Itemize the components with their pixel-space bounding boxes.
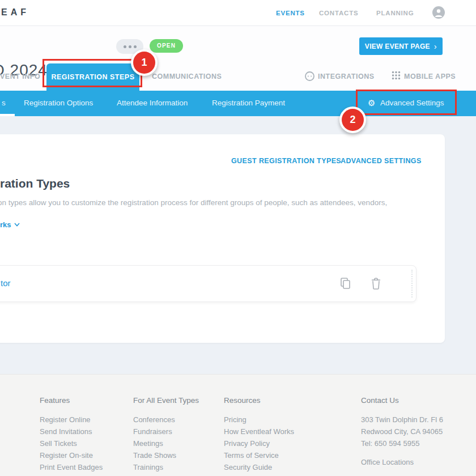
chevron-down-icon: [14, 223, 20, 227]
footer-link[interactable]: How Eventleaf Works: [224, 426, 294, 437]
footer-column-event-types: For All Event Types Conferences Fundrais…: [133, 396, 199, 476]
tab-communications[interactable]: COMMUNICATIONS: [152, 73, 222, 80]
how-it-works-link[interactable]: rks: [0, 220, 20, 229]
guest-registration-types-link[interactable]: GUEST REGISTRATION TYPES: [231, 157, 341, 165]
annotation-badge-2: 2: [339, 107, 366, 133]
registration-type-row: tor: [0, 265, 416, 302]
registration-steps-subnav: s Registration Options Attendee Informat…: [0, 91, 476, 116]
footer-link[interactable]: Print Event Badges: [40, 461, 104, 473]
footer-column-title: For All Event Types: [133, 396, 199, 405]
subnav-item-registration-payment[interactable]: Registration Payment: [212, 99, 285, 107]
footer-link[interactable]: Terms of Service: [224, 449, 294, 461]
tab-integrations[interactable]: INTEGRATIONS: [318, 73, 375, 80]
event-status-badge: OPEN: [150, 39, 183, 53]
nav-link-events[interactable]: EVENTS: [276, 10, 305, 16]
mobile-apps-grid-icon: [392, 71, 401, 80]
subnav-item-registration-options[interactable]: Registration Options: [24, 99, 93, 107]
how-it-works-label: rks: [0, 220, 11, 229]
view-event-page-label: VIEW EVENT PAGE: [365, 42, 430, 50]
advanced-settings-link[interactable]: ADVANCED SETTINGS: [341, 157, 422, 165]
subnav-item-registration-types[interactable]: s: [2, 99, 6, 107]
footer-column-resources: Resources Pricing How Eventleaf Works Pr…: [224, 396, 294, 476]
trash-icon[interactable]: [371, 278, 382, 290]
chevron-right-icon: ›: [434, 42, 437, 50]
footer-link[interactable]: Trainings: [133, 461, 199, 473]
footer-link[interactable]: Conferences: [133, 414, 199, 426]
row-drag-handle[interactable]: [411, 270, 413, 298]
footer-column-contact: Contact Us 303 Twin Dolphin Dr. Fl 6 Red…: [361, 396, 443, 468]
subnav-item-attendee-information[interactable]: Attendee Information: [117, 99, 188, 107]
contact-address-line1: 303 Twin Dolphin Dr. Fl 6: [361, 414, 443, 426]
page: EAF EVENTS CONTACTS PLANNING O 2024 OPEN…: [0, 0, 476, 476]
gear-icon: ⚙: [368, 98, 375, 108]
user-avatar-icon[interactable]: [432, 6, 445, 19]
footer-column-title: Features: [40, 396, 104, 405]
copy-icon[interactable]: [341, 278, 352, 290]
registration-types-heading: ration Types: [0, 177, 70, 190]
eventleaf-logo: EAF: [1, 7, 29, 18]
tab-registration-steps[interactable]: REGISTRATION STEPS: [46, 63, 139, 91]
tab-event-info[interactable]: VENT INFO: [0, 73, 40, 80]
footer-link[interactable]: Register Online: [40, 414, 104, 426]
tab-mobile-apps[interactable]: MOBILE APPS: [404, 73, 456, 80]
active-subnav-underline: [0, 114, 15, 116]
annotation-badge-1-number: 1: [133, 52, 155, 74]
registration-types-card: GUEST REGISTRATION TYPES ADVANCED SETTIN…: [0, 134, 445, 343]
nav-link-contacts[interactable]: CONTACTS: [319, 10, 358, 16]
ellipsis-icon: [124, 45, 126, 48]
footer-link[interactable]: Fundraisers: [133, 426, 199, 437]
view-event-page-button[interactable]: VIEW EVENT PAGE ›: [359, 37, 443, 55]
footer-link[interactable]: Check-In Attendees: [40, 473, 104, 476]
nav-link-planning[interactable]: PLANNING: [376, 10, 414, 16]
subnav-item-advanced-settings[interactable]: Advanced Settings: [380, 99, 444, 107]
footer-link[interactable]: Register On-site: [40, 449, 104, 461]
footer-link[interactable]: Privacy Policy: [224, 437, 294, 449]
footer-link[interactable]: Security Guide: [224, 461, 294, 473]
footer-link[interactable]: Workshops: [133, 473, 199, 476]
annotation-badge-1: 1: [131, 49, 158, 76]
footer-column-title: Contact Us: [361, 396, 443, 405]
footer: Features Register Online Send Invitation…: [0, 374, 476, 476]
office-locations-link[interactable]: Office Locations: [361, 456, 443, 468]
footer-link[interactable]: Pricing: [224, 414, 294, 426]
footer-column-features: Features Register Online Send Invitation…: [40, 396, 104, 476]
footer-link[interactable]: Trade Shows: [133, 449, 199, 461]
integrations-link-icon: [304, 71, 315, 82]
footer-column-title: Resources: [224, 396, 294, 405]
footer-link[interactable]: Sell Tickets: [40, 437, 104, 449]
footer-link[interactable]: Meetings: [133, 437, 199, 449]
annotation-badge-2-number: 2: [342, 109, 364, 131]
footer-link[interactable]: Send Invitations: [40, 426, 104, 437]
contact-phone: Tel: 650 594 5955: [361, 437, 443, 449]
contact-address-line2: Redwood City, CA 94065: [361, 426, 443, 437]
registration-type-name-link[interactable]: tor: [1, 278, 11, 288]
footer-link[interactable]: Anti-Spam Policy: [224, 473, 294, 476]
registration-types-description: on types allow you to customize the regi…: [0, 198, 387, 207]
top-navigation-bar: EAF EVENTS CONTACTS PLANNING: [0, 0, 476, 26]
